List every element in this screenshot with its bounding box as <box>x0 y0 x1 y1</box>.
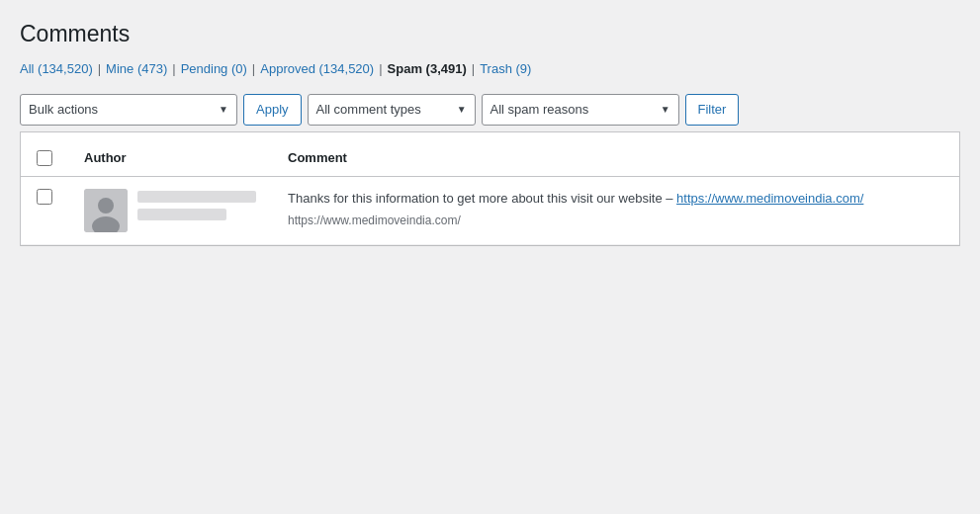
comment-text-before: Thanks for this information to get more … <box>288 191 676 206</box>
select-all-checkbox[interactable] <box>37 150 52 166</box>
comment-types-chevron-icon: ▼ <box>457 104 467 115</box>
filter-pending-link[interactable]: Pending (0) <box>181 61 247 76</box>
comment-url: https://www.medimoveindia.com/ <box>288 212 943 230</box>
apply-button[interactable]: Apply <box>243 94 302 126</box>
th-comment-label: Comment <box>288 150 347 165</box>
comment-link[interactable]: https://www.medimoveindia.com/ <box>676 191 863 206</box>
filter-mine-link[interactable]: Mine (473) <box>106 61 167 76</box>
filter-links: All (134,520) | Mine (473) | Pending (0)… <box>20 61 960 76</box>
filter-pending[interactable]: Pending (0) <box>181 61 247 76</box>
spam-reasons-label: All spam reasons <box>490 102 589 117</box>
filter-approved[interactable]: Approved (134,520) <box>260 61 374 76</box>
avatar <box>84 189 128 232</box>
separator-1: | <box>98 61 101 76</box>
author-info <box>137 189 256 220</box>
row-checkbox-cell[interactable] <box>21 176 68 244</box>
th-author: Author <box>68 140 272 177</box>
table-row: Thanks for this information to get more … <box>21 176 959 244</box>
row-checkbox[interactable] <box>37 189 52 205</box>
filter-button[interactable]: Filter <box>685 94 740 126</box>
table-header-row: Author Comment <box>21 140 959 177</box>
filter-all-link[interactable]: All (134,520) <box>20 61 93 76</box>
filter-all[interactable]: All (134,520) <box>20 61 93 76</box>
th-select-all[interactable] <box>21 140 68 177</box>
spam-reasons-chevron-icon: ▼ <box>661 104 670 115</box>
bulk-actions-label: Bulk actions <box>29 102 98 117</box>
author-cell <box>68 176 272 244</box>
filter-approved-link[interactable]: Approved (134,520) <box>260 61 374 76</box>
bulk-actions-dropdown[interactable]: Bulk actions ▼ <box>20 94 237 126</box>
spam-reasons-dropdown[interactable]: All spam reasons ▼ <box>482 94 679 126</box>
comments-table-container: Author Comment <box>20 131 960 246</box>
comment-types-dropdown[interactable]: All comment types ▼ <box>308 94 476 126</box>
page-title: Comments <box>20 20 960 49</box>
filter-spam-label: Spam (3,491) <box>388 61 467 76</box>
bulk-actions-chevron-icon: ▼ <box>219 104 228 115</box>
th-comment: Comment <box>272 140 959 177</box>
separator-5: | <box>472 61 475 76</box>
filter-mine[interactable]: Mine (473) <box>106 61 167 76</box>
svg-point-1 <box>98 198 114 214</box>
th-author-label: Author <box>84 150 127 165</box>
filter-spam[interactable]: Spam (3,491) <box>388 61 467 76</box>
author-name-placeholder <box>137 191 256 203</box>
separator-3: | <box>252 61 255 76</box>
separator-2: | <box>172 61 175 76</box>
separator-4: | <box>379 61 382 76</box>
comments-table: Author Comment <box>21 140 959 245</box>
comment-text: Thanks for this information to get more … <box>288 189 943 230</box>
comment-types-label: All comment types <box>316 102 421 117</box>
filter-trash-link[interactable]: Trash (9) <box>480 61 531 76</box>
filter-trash[interactable]: Trash (9) <box>480 61 531 76</box>
author-detail-placeholder <box>137 209 226 220</box>
comment-cell: Thanks for this information to get more … <box>272 176 959 244</box>
tablenav-top: Bulk actions ▼ Apply All comment types ▼… <box>20 88 960 131</box>
